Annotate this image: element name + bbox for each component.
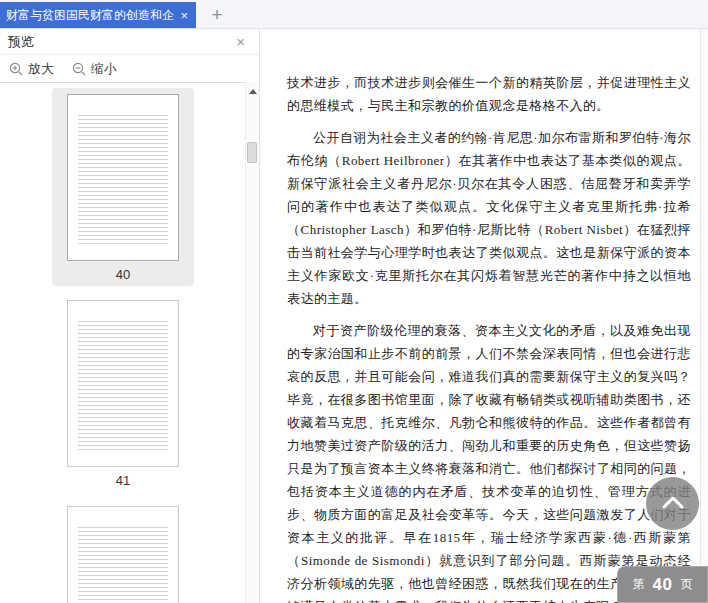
page-indicator-suffix: 页 [680,576,692,593]
thumbnail-page-image [67,506,179,603]
thumbnail-list: 40 41 [0,82,246,603]
zoom-in-icon [9,62,23,76]
thumbnail-page-label: 40 [116,268,130,282]
preview-toolbar: 放大 缩小 [0,55,259,83]
document-view: 技术进步，而技术进步则会催生一个新的精英阶层，并促进理性主义的思维模式，与民主和… [261,29,700,603]
thumbnail-item-page-41[interactable]: 41 [52,294,194,492]
zoom-in-button[interactable]: 放大 [9,60,54,78]
thumbnail-scrollbar[interactable] [245,82,259,603]
zoom-in-label: 放大 [28,60,54,78]
chevron-up-icon [660,493,686,514]
thumbnail-page-image [67,300,179,467]
preview-panel: 预览 × 放大 缩小 [0,29,260,603]
browser-tab[interactable]: 财富与贫困国民财富的创造和企 × [0,2,196,28]
browser-tab-bar: 财富与贫困国民财富的创造和企 × + [0,0,708,29]
scrollbar-thumb[interactable] [247,142,257,163]
new-tab-button[interactable]: + [200,2,234,28]
paragraph: 技术进步，而技术进步则会催生一个新的精英阶层，并促进理性主义的思维模式，与民主和… [287,71,691,117]
app-window: 财富与贫困国民财富的创造和企 × + 预览 × 放大 [0,0,708,603]
thumbnail-page-image [67,94,179,261]
panel-close-icon[interactable]: × [236,33,245,50]
page-indicator-prefix: 第 [633,576,645,593]
paragraph: 公开自诩为社会主义者的约翰·肯尼思·加尔布雷斯和罗伯特·海尔布伦纳（Robert… [287,126,691,310]
document-page-text: 技术进步，而技术进步则会催生一个新的精英阶层，并促进理性主义的思维模式，与民主和… [287,71,691,603]
zoom-out-icon [72,62,86,76]
zoom-out-button[interactable]: 缩小 [72,60,117,78]
preview-panel-title: 预览 [8,33,34,51]
page-indicator[interactable]: 第 40 页 [617,566,708,603]
thumbnail-item-page-42[interactable] [52,500,194,603]
tab-title: 财富与贫困国民财富的创造和企 [6,7,174,24]
thumbnail-page-label: 41 [116,474,130,488]
preview-panel-header: 预览 × [0,29,259,55]
scrollbar-up-arrow-icon[interactable] [249,89,257,94]
paragraph: 对于资产阶级伦理的衰落、资本主义文化的矛盾，以及难免出现的专家治国和止步不前的前… [287,319,691,603]
document-scrollbar[interactable] [700,29,708,603]
tab-close-icon[interactable]: × [178,9,190,22]
scroll-to-top-button[interactable] [646,477,699,530]
thumbnail-item-page-40[interactable]: 40 [52,88,194,286]
zoom-out-label: 缩小 [91,60,117,78]
page-indicator-number: 40 [653,575,673,595]
